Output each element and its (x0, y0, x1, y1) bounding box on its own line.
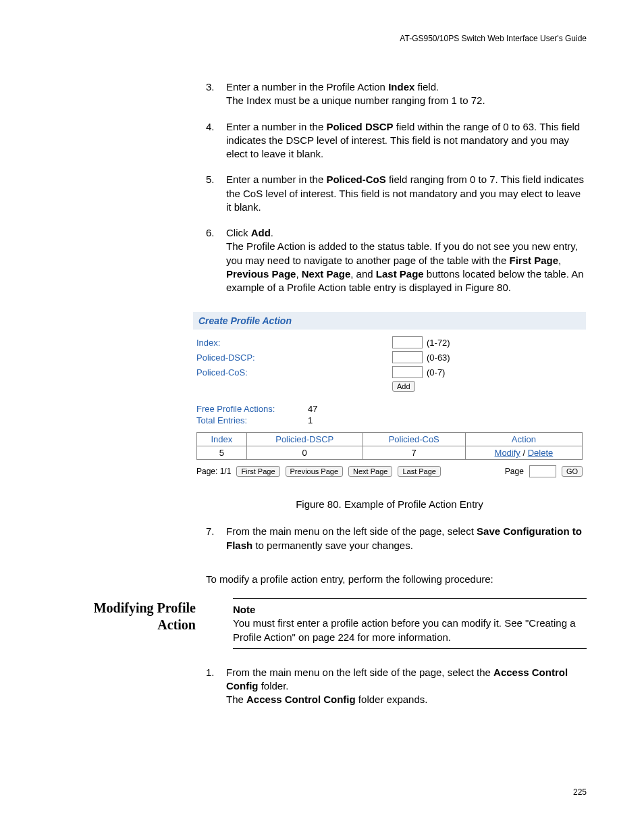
stats-label: Free Profile Actions: (196, 404, 308, 414)
col-index: Index (197, 433, 247, 446)
stats-free: Free Profile Actions: 47 (196, 404, 583, 414)
modify-link[interactable]: Modify (495, 448, 520, 458)
step-body: Enter a number in the Policed-CoS field … (226, 173, 587, 214)
form-label: Policed-CoS: (196, 367, 392, 377)
text: Click (226, 227, 251, 238)
step-4: 4. Enter a number in the Policed DSCP fi… (206, 120, 587, 161)
step-number: 7. (206, 525, 226, 552)
form-label: Index: (196, 338, 392, 348)
figure-caption: Figure 80. Example of Profile Action Ent… (192, 498, 587, 510)
note-box: Note You must first enter a profile acti… (233, 598, 587, 649)
form-row-index: Index: (1-72) (196, 336, 583, 348)
text: Enter a number in the (226, 121, 326, 132)
bold: First Page (509, 255, 558, 266)
text: , (558, 255, 561, 266)
step-5: 5. Enter a number in the Policed-CoS fie… (206, 173, 587, 214)
form-hint: (1-72) (427, 338, 450, 348)
text: From the main menu on the left side of t… (226, 667, 493, 678)
page-number: 225 (573, 787, 587, 797)
bold: Add (251, 227, 271, 238)
step-body: Enter a number in the Profile Action Ind… (226, 80, 587, 108)
index-input[interactable] (392, 336, 423, 348)
text: Enter a number in the Profile Action (226, 81, 388, 93)
col-cos: Policied-CoS (363, 433, 465, 446)
step-number: 6. (206, 226, 226, 294)
bold: Index (388, 81, 414, 93)
page-indicator: Page: 1/1 (196, 467, 231, 476)
form-hint: (0-7) (427, 367, 445, 377)
add-button[interactable]: Add (392, 381, 415, 392)
step-number: 5. (206, 173, 226, 214)
table-header-row: Index Policied-DSCP Policied-CoS Action (197, 433, 583, 446)
col-action: Action (465, 433, 582, 446)
form-label: Policed-DSCP: (196, 353, 392, 363)
text: to permanently save your changes. (252, 540, 413, 551)
text: , and (350, 268, 376, 280)
bold: Access Control Config (246, 694, 356, 705)
form-area: Index: (1-72) Policed-DSCP: (0-63) Polic… (193, 330, 586, 483)
step-number: 3. (206, 80, 226, 108)
bold: Policed DSCP (326, 121, 393, 132)
note-label: Note (233, 604, 255, 615)
modify-intro: To modify a profile action entry, perfor… (206, 573, 587, 586)
form-hint: (0-63) (427, 353, 450, 363)
step-body: From the main menu on the left side of t… (226, 525, 587, 552)
step-body: Enter a number in the Policed DSCP field… (226, 120, 587, 161)
bold: Policed-CoS (326, 174, 385, 185)
section-heading: Modifying Profile Action (78, 600, 196, 633)
delete-link[interactable]: Delete (528, 448, 554, 458)
profile-action-table: Index Policied-DSCP Policied-CoS Action … (196, 432, 583, 460)
table-row: 5 0 7 Modify / Delete (197, 446, 583, 460)
text: Enter a number in the (226, 174, 326, 185)
next-page-button[interactable]: Next Page (348, 466, 392, 477)
step-body: From the main menu on the left side of t… (226, 666, 587, 707)
form-row-cos: Policed-CoS: (0-7) (196, 366, 583, 378)
bold: Previous Page (226, 268, 296, 280)
last-page-button[interactable]: Last Page (398, 466, 441, 477)
stats-value: 1 (308, 415, 313, 425)
cell-action: Modify / Delete (465, 446, 582, 460)
modify-step-1: 1. From the main menu on the left side o… (206, 666, 587, 707)
policed-cos-input[interactable] (392, 366, 423, 378)
stats-label: Total Entries: (196, 415, 308, 425)
header-guide: AT-GS950/10PS Switch Web Interface User'… (78, 34, 587, 43)
policed-dscp-input[interactable] (392, 351, 423, 363)
step-number: 1. (206, 666, 226, 707)
panel-title: Create Profile Action (193, 312, 586, 330)
previous-page-button[interactable]: Previous Page (286, 466, 344, 477)
col-dscp: Policied-DSCP (246, 433, 363, 446)
go-button[interactable]: GO (562, 466, 583, 477)
bold: Last Page (376, 268, 424, 280)
step-number: 4. (206, 120, 226, 161)
text: folder expands. (356, 694, 428, 705)
cell-dscp: 0 (246, 446, 363, 460)
profile-action-screenshot: Create Profile Action Index: (1-72) Poli… (192, 311, 587, 484)
sep: / (520, 448, 528, 458)
add-button-row: Add (392, 381, 583, 392)
cell-index: 5 (197, 446, 247, 460)
step-3: 3. Enter a number in the Profile Action … (206, 80, 587, 108)
page-input[interactable] (529, 465, 556, 477)
text: From the main menu on the left side of t… (226, 525, 477, 537)
step-6: 6. Click Add. The Profile Action is adde… (206, 226, 587, 294)
form-row-dscp: Policed-DSCP: (0-63) (196, 351, 583, 363)
first-page-button[interactable]: First Page (236, 466, 279, 477)
text: , (296, 268, 301, 280)
step-7: 7. From the main menu on the left side o… (206, 525, 587, 552)
note-body: You must first enter a profile action be… (233, 617, 576, 642)
stats-total: Total Entries: 1 (196, 415, 583, 425)
step-body: Click Add. The Profile Action is added t… (226, 226, 587, 294)
stats-value: 47 (308, 404, 317, 414)
pager: Page: 1/1 First Page Previous Page Next … (196, 465, 583, 477)
main-content: 3. Enter a number in the Profile Action … (206, 80, 587, 707)
bold: Next Page (302, 268, 351, 280)
cell-cos: 7 (363, 446, 465, 460)
page-word: Page (505, 467, 524, 476)
